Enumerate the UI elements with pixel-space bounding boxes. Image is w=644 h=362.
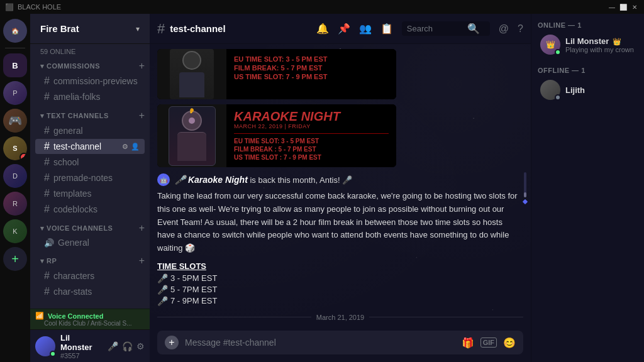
members-icon[interactable]: 👥 [359,23,372,35]
add-text-channel-icon[interactable]: + [139,110,145,121]
member-name: Lijith [565,85,585,95]
channel-label: General [58,238,140,248]
right-sidebar: ONLINE — 1 👑 Lil Monster 👑 Playing with … [531,14,644,362]
server-icon-firebrat[interactable]: B [3,53,27,77]
at-icon[interactable]: @ [499,23,509,35]
search-bar[interactable]: 🔍 [402,21,490,36]
username: Lil Monster [60,333,103,352]
channel-premade-notes[interactable]: # premade-notes [35,170,145,185]
date-divider-text: March 21, 2019 [316,314,364,321]
inbox-icon[interactable]: 📋 [380,23,393,35]
add-channel-icon[interactable]: + [139,60,145,72]
channel-label: char-stats [53,287,140,297]
add-voice-channel-icon[interactable]: + [139,222,145,234]
server-icon-7[interactable]: K [3,219,27,243]
slot-2-text: 5 - 7PM EST [170,285,217,294]
help-icon[interactable]: ? [518,23,523,35]
mute-button[interactable]: 🎤 [108,341,118,351]
channel-codeblocks[interactable]: # codeblocks [35,202,145,217]
search-input[interactable] [407,24,464,33]
search-icon[interactable]: 🔍 [467,23,480,35]
channel-label: general [53,126,140,136]
slot-1: 🎤 3 - 5PM EST [157,273,523,283]
member-lil-monster[interactable]: 👑 Lil Monster 👑 Playing with my crown [538,33,638,57]
bot-avatar: 🤖 [157,173,170,186]
server-icon-5[interactable]: D [3,164,27,188]
emoji-icon[interactable]: 😊 [503,337,516,349]
member-avatar-lil-monster: 👑 [540,35,560,55]
server-icon-6[interactable]: R [3,192,27,216]
channel-general-voice[interactable]: 🔊 General [35,236,145,250]
hash-icon: # [44,172,50,184]
settings-icon[interactable]: ⚙ [122,143,128,151]
server-name-header[interactable]: Fire Brat ▾ [30,14,150,44]
pin-icon[interactable]: 📌 [338,23,350,35]
server-icon-3[interactable]: 🎮 [3,109,27,133]
section-commissions: ▾ COMMISSIONS + # commission-previews # … [30,58,150,107]
app-title: BLACK HOLE [18,3,61,11]
hash-icon: # [44,141,50,152]
message-input[interactable] [185,337,455,348]
channel-commission-previews[interactable]: # commission-previews [35,74,145,89]
body-text: Taking the lead from our very successful… [157,191,518,253]
intro-suffix: is back this month, Antis! 🎤 [250,175,352,185]
chat-header-icons: 🔔 📌 👥 📋 🔍 @ ? [316,21,523,36]
member-lijith[interactable]: Lijith [538,78,638,102]
deafen-button[interactable]: 🎧 [122,341,133,351]
user-icon[interactable]: 👤 [131,143,140,151]
add-rp-channel-icon[interactable]: + [139,255,145,266]
channel-test-channel[interactable]: # test-channel ⚙ 👤 [35,139,145,154]
user-controls[interactable]: 🎤 🎧 ⚙ [108,341,145,351]
maximize-button[interactable]: ⬜ [619,3,628,11]
channel-label: school [53,157,140,167]
notification-bell-icon[interactable]: 🔔 [316,23,329,35]
channel-characters[interactable]: # characters [35,268,145,283]
channel-label: premade-notes [53,173,140,183]
section-rp-header[interactable]: ▾ RP + [30,253,150,268]
karaoke-title: KARAOKE NIGHT [234,109,389,123]
speaker-icon: 🔊 [44,238,54,248]
section-rp-label: ▾ RP [40,257,57,265]
section-text-channels: ▾ TEXT CHANNELS + # general # test-chann… [30,107,150,220]
online-section-label: ONLINE — 1 [538,21,638,29]
server-icon-home[interactable]: 🏠 [3,19,27,43]
window-controls[interactable]: — ⬜ ✕ [608,3,639,11]
chat-input-area: + 🎁 GIF 😊 [150,326,531,362]
slot-icon-3: 🎤 [157,296,168,306]
attach-button[interactable]: + [165,336,179,349]
member-name: Lil Monster 👑 [565,36,634,46]
time-slots-section: TIME SLOTS 🎤 3 - 5PM EST 🎤 5 - 7PM EST 🎤… [157,261,523,306]
chat-messages: EU TIME SLOT: 3 - 5 PM EST FILM BREAK: 5… [150,44,531,326]
server-icon-add[interactable]: + [3,247,27,271]
chat-header: # test-channel 🔔 📌 👥 📋 🔍 @ ? [150,14,531,44]
member-status-text: Playing with my crown [565,46,634,53]
hash-icon: # [44,270,50,282]
section-voice-channels-header[interactable]: ▾ VOICE CHANNELS + [30,220,150,235]
channel-templates[interactable]: # templates [35,186,145,201]
titlebar-left: ⬛ BLACK HOLE [5,3,61,11]
sidebar: Fire Brat ▾ 59 ONLINE ▾ COMMISSIONS + # … [30,14,150,362]
channel-school[interactable]: # school [35,155,145,170]
gift-icon[interactable]: 🎁 [462,337,474,349]
voice-connected-label: Voice Connected [48,312,103,320]
online-section: ONLINE — 1 👑 Lil Monster 👑 Playing with … [538,21,638,57]
gif-icon[interactable]: GIF [480,337,497,348]
server-list: 🏠 B P 🎮 S 4 D R K + [0,14,30,362]
channel-general[interactable]: # general [35,123,145,138]
channel-char-stats[interactable]: # char-stats [35,284,145,299]
section-commissions-header[interactable]: ▾ COMMISSIONS + [30,58,150,73]
close-button[interactable]: ✕ [630,3,639,11]
channel-label: amelia-folks [53,92,140,102]
channel-label: commission-previews [53,76,140,86]
channel-amelia-folks[interactable]: # amelia-folks [35,89,145,104]
user-settings-button[interactable]: ⚙ [136,341,145,351]
sidebar-content: 59 ONLINE ▾ COMMISSIONS + # commission-p… [30,44,150,309]
minimize-button[interactable]: — [608,3,616,11]
karaoke-poster-2: 👂 KARAOKE NIGHT MARCH 22, 2019 | FRIDAY … [157,104,396,167]
server-icon-4[interactable]: S 4 [3,136,27,160]
hash-icon: # [44,286,50,297]
user-info: Lil Monster #3557 [60,333,103,359]
server-icon-2[interactable]: P [3,81,27,105]
channel-label: characters [53,271,140,281]
section-text-channels-header[interactable]: ▾ TEXT CHANNELS + [30,107,150,123]
